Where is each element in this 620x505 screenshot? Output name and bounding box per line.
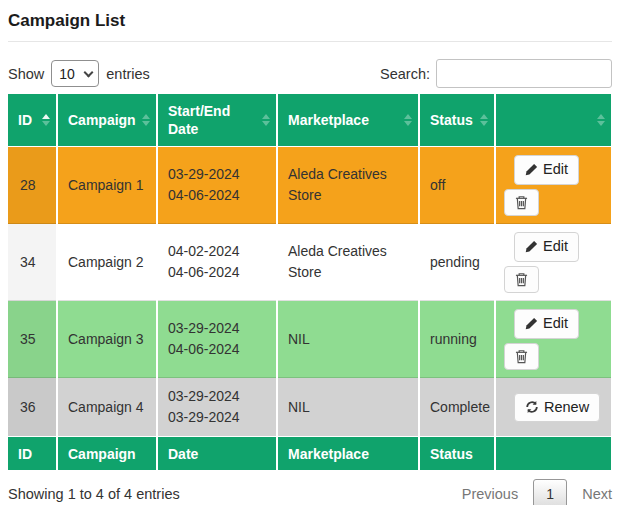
cell-marketplace: NIL [277,378,419,437]
title-divider [8,41,612,42]
cell-campaign: Campaign 2 [57,224,157,301]
cell-dates: 03-29-2024 04-06-2024 [157,301,277,378]
table-info-bar: Showing 1 to 4 of 4 entries Previous 1 N… [8,479,612,505]
sort-icon [404,114,412,126]
refresh-icon [525,400,539,414]
header-status[interactable]: Status [419,94,495,147]
cell-actions: Edit [495,147,612,224]
cell-actions: Edit [495,224,612,301]
search-input[interactable] [436,59,612,88]
cell-status: off [419,147,495,224]
delete-button[interactable] [504,189,539,216]
cell-status: running [419,301,495,378]
footer-actions [495,437,612,470]
table-row: 36 Campaign 4 03-29-2024 03-29-2024 NIL … [8,378,612,437]
cell-campaign: Campaign 3 [57,301,157,378]
cell-actions: Edit [495,301,612,378]
pencil-icon [525,240,538,253]
cell-id: 34 [8,224,57,301]
sort-icon [262,114,270,126]
pagination-previous[interactable]: Previous [462,486,518,502]
footer-status: Status [419,437,495,470]
cell-dates: 03-29-2024 04-06-2024 [157,147,277,224]
header-id[interactable]: ID [8,94,57,147]
cell-id: 36 [8,378,57,437]
table-header-row: ID Campaign Start/End Date Marketplace S… [8,94,612,147]
show-label: Show [8,66,44,82]
cell-id: 35 [8,301,57,378]
sort-icon [42,114,50,126]
cell-dates: 03-29-2024 03-29-2024 [157,378,277,437]
header-marketplace[interactable]: Marketplace [277,94,419,147]
cell-campaign: Campaign 4 [57,378,157,437]
delete-button[interactable] [504,266,539,293]
table-footer-row: ID Campaign Date Marketplace Status [8,437,612,470]
cell-dates: 04-02-2024 04-06-2024 [157,224,277,301]
cell-id: 28 [8,147,57,224]
search-label: Search: [380,66,430,82]
cell-status: pending [419,224,495,301]
footer-id: ID [8,437,57,470]
entries-label: entries [106,66,150,82]
campaign-table: ID Campaign Start/End Date Marketplace S… [8,94,613,470]
trash-icon [515,272,528,287]
table-row: 28 Campaign 1 03-29-2024 04-06-2024 Aled… [8,147,612,224]
cell-marketplace: Aleda Creatives Store [277,147,419,224]
cell-campaign: Campaign 1 [57,147,157,224]
sort-icon [480,114,488,126]
edit-button[interactable]: Edit [514,309,579,338]
campaign-list-page: Campaign List Show 10 entries Search: [0,0,620,505]
table-summary: Showing 1 to 4 of 4 entries [8,486,180,502]
footer-marketplace: Marketplace [277,437,419,470]
cell-marketplace: NIL [277,301,419,378]
footer-date: Date [157,437,277,470]
renew-button[interactable]: Renew [514,393,600,422]
header-actions[interactable] [495,94,612,147]
header-date[interactable]: Start/End Date [157,94,277,147]
cell-marketplace: Aleda Creatives Store [277,224,419,301]
cell-actions: Renew [495,378,612,437]
table-controls: Show 10 entries Search: [8,59,612,88]
search-control: Search: [380,59,612,88]
page-length-control: Show 10 entries [8,60,150,87]
pagination-next[interactable]: Next [582,486,612,502]
pagination-page-1[interactable]: 1 [533,479,567,505]
page-title: Campaign List [8,10,612,32]
edit-button[interactable]: Edit [514,232,579,261]
sort-icon [142,114,150,126]
pagination: Previous 1 Next [462,479,612,505]
trash-icon [515,349,528,364]
table-row: 35 Campaign 3 03-29-2024 04-06-2024 NIL … [8,301,612,378]
footer-campaign: Campaign [57,437,157,470]
entries-select-wrap: 10 [51,60,99,87]
cell-status: Complete [419,378,495,437]
table-row: 34 Campaign 2 04-02-2024 04-06-2024 Aled… [8,224,612,301]
pencil-icon [525,317,538,330]
pencil-icon [525,163,538,176]
entries-select[interactable]: 10 [51,60,99,87]
edit-button[interactable]: Edit [514,155,579,184]
trash-icon [515,195,528,210]
delete-button[interactable] [504,343,539,370]
sort-icon [597,114,605,126]
header-campaign[interactable]: Campaign [57,94,157,147]
